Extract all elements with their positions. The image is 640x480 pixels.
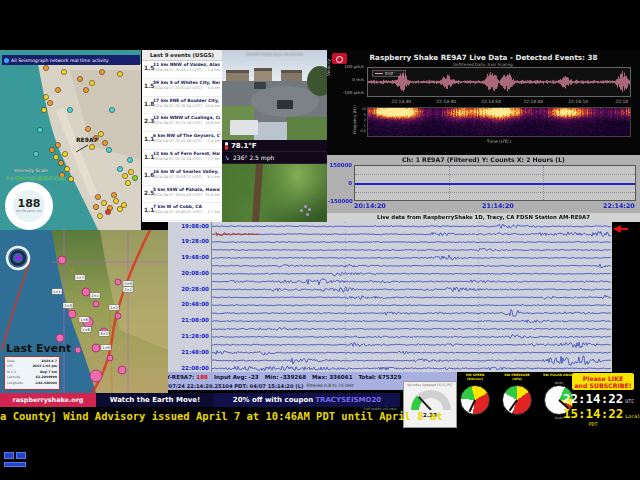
status-bar-line1: X: 10 Y-RE9A7: 188 Input Avg: -23 Min: -… <box>140 372 457 381</box>
earthquake-marker <box>105 209 110 214</box>
kp-index-header: Kp Index Updated 15:11 PST <box>404 383 456 387</box>
counts-y-tick: 0 <box>328 180 352 186</box>
quake-cluster-marker <box>58 256 66 264</box>
status-total: Total: 675329 <box>359 374 402 380</box>
frequency-tick: 0.5 <box>358 129 366 133</box>
last-event-title: Last Event <box>6 342 71 355</box>
event-meta: 2024-04-07 20:21:18 (UTC)10.6 km <box>153 121 220 126</box>
cluster-count-label: 1×6 <box>82 328 90 332</box>
earthquake-marker <box>85 126 90 131</box>
earthquake-marker <box>41 107 46 112</box>
time-axis-label: Time (UTC) <box>367 139 631 144</box>
event-depth: 1.7 km <box>208 210 220 215</box>
bottom-left-widget-icon <box>16 452 26 459</box>
cluster-count-label: 2×1 <box>91 294 99 298</box>
thermometer-icon <box>225 142 228 150</box>
event-main: 12 km S of Fern Forest, Hawaii2024-04-07… <box>153 151 220 167</box>
last-event-key: Longitude <box>7 381 23 387</box>
quake-cluster-marker <box>75 347 81 353</box>
event-row: 2.312 km WNW of Coalinga, CA2024-04-07 2… <box>142 114 222 132</box>
counts-caption: Live data from RaspberryShake 1D, Tracy,… <box>327 213 640 222</box>
tree-trunk <box>251 164 262 222</box>
event-meta: 2024-04-07 20:31:47 (UTC)5.0 km <box>153 86 220 91</box>
status-input-avg: Input Avg: -23 <box>214 374 259 380</box>
event-main: 11 km NNW of Valdez, Alaska2024-04-07 20… <box>153 62 220 78</box>
event-main: 5 km SSW of Pāhala, Hawaii2024-04-07 19:… <box>153 187 220 203</box>
event-row: 2.55 km SSW of Pāhala, Hawaii2024-04-07 … <box>142 186 222 204</box>
weather-strip: 78.1°F → 236° 2.5 mph <box>222 140 327 164</box>
earthquake-marker <box>55 142 60 147</box>
earthquake-marker <box>89 144 94 149</box>
event-meta: 2024-04-07 20:03:27 (UTC)6.5 km <box>153 175 220 180</box>
earthquake-marker <box>121 202 126 207</box>
webcam-lawn <box>287 117 327 140</box>
earthquake-marker <box>49 147 54 152</box>
kp-index-gauge <box>411 390 451 410</box>
event-time: 2024-04-07 19:49:05 (UTC) <box>153 210 202 215</box>
event-depth: 31.6 km <box>205 193 220 198</box>
time-tick: 22:14 <box>615 99 628 104</box>
cluster-count-label: 2×1 <box>124 288 132 292</box>
quake-cluster-marker <box>115 279 121 285</box>
velocity-tick: -100 μm/s <box>330 90 364 95</box>
helicorder-time-label: 19:08:00 <box>168 223 209 229</box>
status-bar-line2: UTC: 04/07/24 22:14:20.25104 PDT: 04/07 … <box>140 381 403 390</box>
cluster-count-label: 1×1 <box>53 290 61 294</box>
event-time: 2024-04-07 19:55:43 (UTC) <box>153 193 202 198</box>
helicorder-traces <box>212 222 612 372</box>
earthquake-marker <box>68 176 73 181</box>
status-min: Min: -339268 <box>265 374 306 380</box>
event-time: 2024-04-07 20:31:47 (UTC) <box>153 86 202 91</box>
ring-gauge-value: 188 <box>18 199 41 209</box>
cluster-count-label: 1×7 <box>76 276 84 280</box>
counts-flat-line <box>355 183 635 185</box>
counts-chart-panel: Ch: 1 RE9A7 (Filtered) Y: Counts X: 2 Ho… <box>327 155 640 222</box>
webcam-car-white <box>230 120 257 134</box>
velocity-tick: 0 m/s <box>330 77 364 82</box>
earthquake-marker <box>122 173 127 178</box>
event-main: 59 km S of Whites City, New M...2024-04-… <box>153 80 220 96</box>
earthquake-marker <box>99 69 104 74</box>
counts-x-tick: 21:14:20 <box>482 202 514 210</box>
earthquake-marker <box>64 166 69 171</box>
helicorder-time-label: 21:48:00 <box>168 349 209 355</box>
earthquake-marker <box>128 169 133 174</box>
garden-cam-panel <box>222 164 327 222</box>
earthquake-marker <box>117 206 122 211</box>
event-meta: 2024-04-07 20:10:54 (UTC)7.7 km <box>153 157 220 162</box>
cluster-count-label: 2×3 <box>64 304 72 308</box>
event-main: 12 km WNW of Coalinga, CA2024-04-07 20:2… <box>153 115 220 131</box>
last-event-box: Date2024.4.7UTC2043 1:43 pmM 1.3Dep 7 km… <box>4 356 60 390</box>
counts-y-tick: -150000 <box>328 198 352 204</box>
event-magnitude: 1.6 <box>144 169 153 185</box>
webcam-car <box>277 100 294 109</box>
subscribe-line1: Please LIKE <box>583 375 623 382</box>
live-data-title: Raspberry Shake RE9A7 Live Data - Detect… <box>327 53 640 62</box>
counts-x-tick: 22:14:20 <box>603 202 635 210</box>
current-position-arrow-tail <box>621 228 628 230</box>
earthquake-marker <box>43 94 48 99</box>
flower <box>306 213 309 216</box>
quake-cluster-marker <box>56 334 64 342</box>
event-main: 6 km NW of The Geysers, CA2024-04-07 20:… <box>153 133 220 149</box>
helicorder-time-label: 19:48:00 <box>168 254 209 260</box>
map-title-bar: All Seismograph network real time activi… <box>2 55 140 65</box>
gridline <box>355 192 635 193</box>
time-tick: 22:14:00 <box>523 99 543 104</box>
event-depth: 2.4 km <box>208 139 220 144</box>
status-y-value: 188 <box>196 374 208 380</box>
counts-x-tick: 20:14:20 <box>354 202 386 210</box>
intensity-scale-label: Intensity Scale <box>14 168 48 173</box>
wind-direction-icon: → <box>223 153 232 161</box>
time-tick: 22:13:30 <box>391 99 411 104</box>
event-magnitude: 1.5 <box>144 80 153 96</box>
event-depth: 10.4 km <box>205 104 220 109</box>
livestream-frame: All Seismograph network real time activi… <box>0 0 640 480</box>
last-event-value: -146.430000 <box>35 381 58 387</box>
earthquake-marker <box>83 87 88 92</box>
event-magnitude: 2.5 <box>144 187 153 203</box>
helicorder-time-label: 20:48:00 <box>168 301 209 307</box>
counts-plot <box>354 165 636 201</box>
event-magnitude: 1.8 <box>144 98 153 114</box>
event-meta: 2024-04-07 19:49:05 (UTC)1.7 km <box>153 210 220 215</box>
